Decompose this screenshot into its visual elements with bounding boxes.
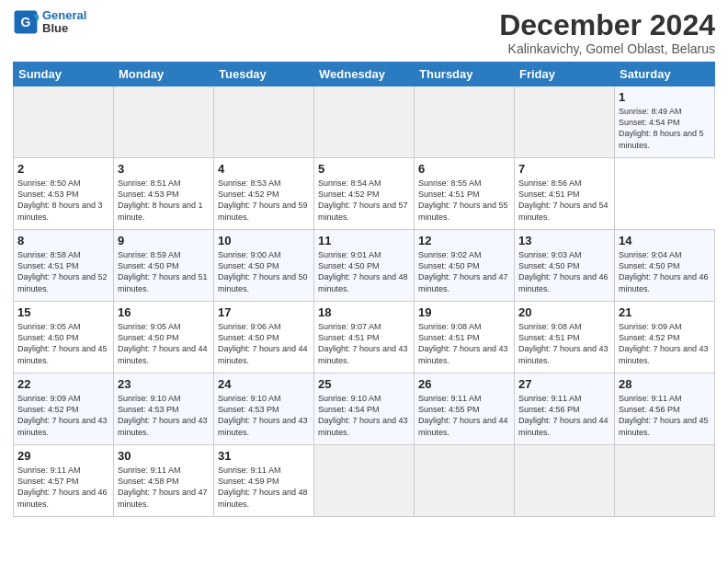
week-row-3: 8Sunrise: 8:58 AMSunset: 4:51 PMDaylight…	[14, 230, 715, 302]
day-header-sunday: Sunday	[14, 63, 114, 86]
calendar-table: SundayMondayTuesdayWednesdayThursdayFrid…	[13, 62, 715, 517]
empty-cell	[615, 445, 715, 517]
day-cell-22: 22Sunrise: 9:09 AMSunset: 4:52 PMDayligh…	[14, 373, 114, 445]
day-cell-15: 15Sunrise: 9:05 AMSunset: 4:50 PMDayligh…	[14, 302, 114, 373]
title-block: December 2024 Kalinkavichy, Gomel Oblast…	[499, 9, 715, 56]
day-cell-25: 25Sunrise: 9:10 AMSunset: 4:54 PMDayligh…	[314, 373, 415, 445]
empty-cell	[314, 86, 415, 158]
empty-cell	[214, 86, 314, 158]
day-cell-31: 31Sunrise: 9:11 AMSunset: 4:59 PMDayligh…	[214, 445, 314, 517]
day-cell-2: 2Sunrise: 8:50 AMSunset: 4:53 PMDaylight…	[14, 158, 114, 230]
empty-cell	[515, 445, 615, 517]
day-cell-7: 7Sunrise: 8:56 AMSunset: 4:51 PMDaylight…	[515, 158, 615, 230]
empty-cell	[415, 445, 515, 517]
day-cell-12: 12Sunrise: 9:02 AMSunset: 4:50 PMDayligh…	[415, 230, 515, 302]
day-cell-20: 20Sunrise: 9:08 AMSunset: 4:51 PMDayligh…	[515, 302, 615, 373]
month-title: December 2024	[499, 9, 715, 41]
day-cell-14: 14Sunrise: 9:04 AMSunset: 4:50 PMDayligh…	[615, 230, 715, 302]
day-cell-1: 1Sunrise: 8:49 AMSunset: 4:54 PMDaylight…	[615, 86, 715, 158]
day-cell-17: 17Sunrise: 9:06 AMSunset: 4:50 PMDayligh…	[214, 302, 314, 373]
day-cell-19: 19Sunrise: 9:08 AMSunset: 4:51 PMDayligh…	[415, 302, 515, 373]
day-cell-18: 18Sunrise: 9:07 AMSunset: 4:51 PMDayligh…	[314, 302, 415, 373]
week-row-6: 29Sunrise: 9:11 AMSunset: 4:57 PMDayligh…	[14, 445, 715, 517]
day-cell-24: 24Sunrise: 9:10 AMSunset: 4:53 PMDayligh…	[214, 373, 314, 445]
day-cell-23: 23Sunrise: 9:10 AMSunset: 4:53 PMDayligh…	[114, 373, 214, 445]
day-cell-10: 10Sunrise: 9:00 AMSunset: 4:50 PMDayligh…	[214, 230, 314, 302]
week-row-5: 22Sunrise: 9:09 AMSunset: 4:52 PMDayligh…	[14, 373, 715, 445]
day-header-wednesday: Wednesday	[314, 63, 415, 86]
header: G General Blue December 2024 Kalinkavich…	[13, 9, 715, 56]
logo-text: General Blue	[42, 9, 86, 36]
day-header-friday: Friday	[515, 63, 615, 86]
day-header-monday: Monday	[114, 63, 214, 86]
calendar-container: G General Blue December 2024 Kalinkavich…	[0, 0, 728, 524]
empty-cell	[515, 86, 615, 158]
day-cell-6: 6Sunrise: 8:55 AMSunset: 4:51 PMDaylight…	[415, 158, 515, 230]
day-header-saturday: Saturday	[615, 63, 715, 86]
day-cell-27: 27Sunrise: 9:11 AMSunset: 4:56 PMDayligh…	[515, 373, 615, 445]
week-row-4: 15Sunrise: 9:05 AMSunset: 4:50 PMDayligh…	[14, 302, 715, 373]
empty-cell	[14, 86, 114, 158]
day-header-thursday: Thursday	[415, 63, 515, 86]
day-cell-3: 3Sunrise: 8:51 AMSunset: 4:53 PMDaylight…	[114, 158, 214, 230]
day-cell-16: 16Sunrise: 9:05 AMSunset: 4:50 PMDayligh…	[114, 302, 214, 373]
day-header-tuesday: Tuesday	[214, 63, 314, 86]
day-cell-8: 8Sunrise: 8:58 AMSunset: 4:51 PMDaylight…	[14, 230, 114, 302]
day-cell-9: 9Sunrise: 8:59 AMSunset: 4:50 PMDaylight…	[114, 230, 214, 302]
day-cell-4: 4Sunrise: 8:53 AMSunset: 4:52 PMDaylight…	[214, 158, 314, 230]
week-row-1: 1Sunrise: 8:49 AMSunset: 4:54 PMDaylight…	[14, 86, 715, 158]
empty-cell	[314, 445, 415, 517]
week-row-2: 2Sunrise: 8:50 AMSunset: 4:53 PMDaylight…	[14, 158, 715, 230]
day-cell-21: 21Sunrise: 9:09 AMSunset: 4:52 PMDayligh…	[615, 302, 715, 373]
day-cell-5: 5Sunrise: 8:54 AMSunset: 4:52 PMDaylight…	[314, 158, 415, 230]
logo-icon: G	[13, 9, 39, 35]
day-cell-26: 26Sunrise: 9:11 AMSunset: 4:55 PMDayligh…	[415, 373, 515, 445]
day-cell-28: 28Sunrise: 9:11 AMSunset: 4:56 PMDayligh…	[615, 373, 715, 445]
day-cell-13: 13Sunrise: 9:03 AMSunset: 4:50 PMDayligh…	[515, 230, 615, 302]
day-cell-30: 30Sunrise: 9:11 AMSunset: 4:58 PMDayligh…	[114, 445, 214, 517]
empty-cell	[114, 86, 214, 158]
logo: G General Blue	[13, 9, 86, 36]
location: Kalinkavichy, Gomel Oblast, Belarus	[499, 41, 715, 56]
day-cell-29: 29Sunrise: 9:11 AMSunset: 4:57 PMDayligh…	[14, 445, 114, 517]
day-cell-11: 11Sunrise: 9:01 AMSunset: 4:50 PMDayligh…	[314, 230, 415, 302]
svg-text:G: G	[21, 15, 31, 29]
empty-cell	[415, 86, 515, 158]
header-row: SundayMondayTuesdayWednesdayThursdayFrid…	[14, 63, 715, 86]
